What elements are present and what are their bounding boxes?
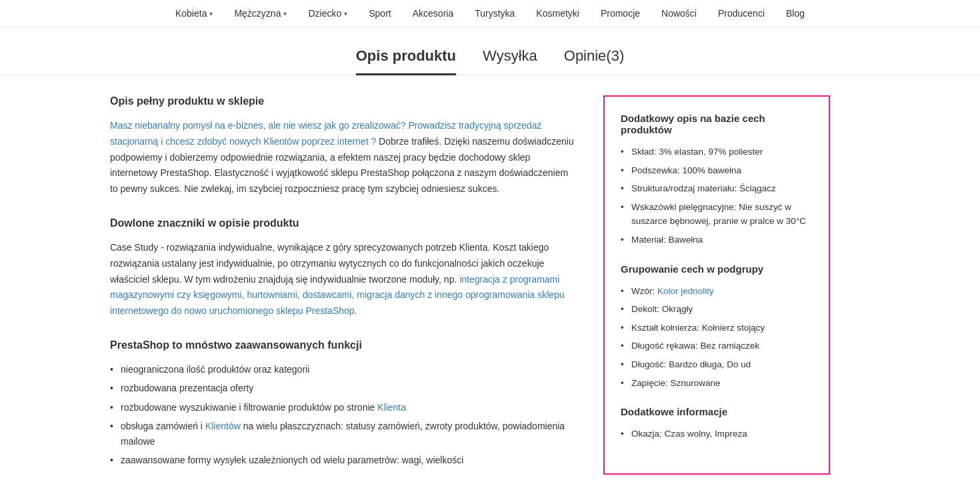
nav-label-kosmetyki: Kosmetyki bbox=[536, 8, 579, 19]
list-item: obsługa zamówień i Klientów na wielu pła… bbox=[110, 419, 577, 449]
nav-label-sport: Sport bbox=[369, 8, 391, 19]
list-item: Wskazówki pielęgnacyjne: Nie suszyć w su… bbox=[621, 200, 813, 229]
section-opis-pelny: Opis pełny produktu w sklepie Masz nieba… bbox=[110, 95, 577, 197]
left-column: Opis pełny produktu w sklepie Masz nieba… bbox=[110, 95, 577, 487]
list-item: Skład: 3% elastan, 97% poliester bbox=[621, 145, 813, 159]
list-item: zaawansowane formy wysyłek uzależnionych… bbox=[110, 453, 577, 467]
right-section-cechy: Dodatkowy opis na bazie cech produktów S… bbox=[621, 113, 813, 247]
list-item: Podszewka: 100% bawełna bbox=[621, 163, 813, 178]
navigation-bar: Kobieta ▾ Mężczyzna ▾ Dziecko ▾ Sport Ak… bbox=[0, 0, 980, 27]
nav-label-nowosci: Nowości bbox=[661, 8, 697, 19]
nav-item-mezczyzna[interactable]: Mężczyzna ▾ bbox=[234, 8, 287, 19]
tab-opis-produktu[interactable]: Opis produktu bbox=[356, 47, 456, 75]
tab-opinie[interactable]: Opinie(3) bbox=[564, 47, 624, 75]
nav-item-dziecko[interactable]: Dziecko ▾ bbox=[308, 8, 347, 19]
main-nav: Kobieta ▾ Mężczyzna ▾ Dziecko ▾ Sport Ak… bbox=[0, 8, 980, 19]
list-item: Struktura/rodzaj materiału: Ściągacz bbox=[621, 181, 813, 196]
nav-label-blog: Blog bbox=[786, 8, 805, 19]
chevron-down-icon: ▾ bbox=[344, 10, 347, 17]
right-section-podgrupy: Grupowanie cech w podgrupy Wzór: Kolor j… bbox=[621, 263, 813, 391]
section-opis-pelny-title: Opis pełny produktu w sklepie bbox=[110, 95, 577, 107]
right-cechy-title: Dodatkowy opis na bazie cech produktów bbox=[621, 113, 813, 135]
list-item: Długość rękawa: Bez ramiączek bbox=[621, 339, 813, 353]
right-dodatkowe-title: Dodatkowe informacje bbox=[621, 406, 813, 417]
list-item: Okazja: Czas wolny, Impreza bbox=[621, 427, 813, 441]
nav-item-sport[interactable]: Sport bbox=[369, 8, 391, 19]
cechy-list: Skład: 3% elastan, 97% poliester Podszew… bbox=[621, 145, 813, 247]
nav-item-nowosci[interactable]: Nowości bbox=[661, 8, 697, 19]
nav-label-dziecko: Dziecko bbox=[308, 8, 341, 19]
nav-item-turystyka[interactable]: Turystyka bbox=[475, 8, 515, 19]
list-item: Zapięcie: Sznurowane bbox=[621, 376, 813, 391]
nav-item-producenci[interactable]: Producenci bbox=[718, 8, 765, 19]
tab-wysylka[interactable]: Wysyłka bbox=[483, 47, 537, 75]
nav-label-mezczyzna: Mężczyzna bbox=[234, 8, 281, 19]
text-ebiznes: Masz niebanalny pomysł na e-biznes, ale … bbox=[110, 120, 541, 147]
chevron-down-icon: ▾ bbox=[283, 10, 287, 17]
list-item: nieograniczona ilość produktów oraz kate… bbox=[110, 362, 577, 377]
section-znaczniki-title: Dowlone znaczniki w opisie produktu bbox=[110, 217, 577, 229]
nav-item-akcesoria[interactable]: Akcesoria bbox=[413, 8, 453, 19]
nav-item-blog[interactable]: Blog bbox=[786, 8, 805, 19]
section-funkcje-title: PrestaShop to mnóstwo zaawansowanych fun… bbox=[110, 339, 577, 351]
list-item: rozbudowane wyszukiwanie i filtrowanie p… bbox=[110, 400, 577, 415]
product-tabs: Opis produktu Wysyłka Opinie(3) bbox=[356, 47, 625, 75]
section-funkcje: PrestaShop to mnóstwo zaawansowanych fun… bbox=[110, 339, 577, 467]
list-item: Kształt kołnierza: Kołnierz stojący bbox=[621, 321, 813, 335]
nav-item-promocje[interactable]: Promocje bbox=[601, 8, 640, 19]
list-item: Wzór: Kolor jednolity bbox=[621, 284, 813, 299]
nav-label-promocje: Promocje bbox=[601, 8, 640, 19]
dodatkowe-list: Okazja: Czas wolny, Impreza bbox=[621, 427, 813, 441]
list-item: rozbudowana prezentacja oferty bbox=[110, 381, 577, 395]
nav-label-kobieta: Kobieta bbox=[175, 8, 207, 19]
product-tabs-section: Opis produktu Wysyłka Opinie(3) bbox=[0, 27, 980, 75]
list-item: Materiał: Bawełna bbox=[621, 233, 813, 247]
right-section-dodatkowe: Dodatkowe informacje Okazja: Czas wolny,… bbox=[621, 406, 813, 441]
section-znaczniki-body: Case Study - rozwiązania indywidualne, w… bbox=[110, 240, 577, 319]
chevron-down-icon: ▾ bbox=[209, 10, 213, 17]
wzor-link: Kolor jednolity bbox=[657, 286, 714, 296]
nav-label-producenci: Producenci bbox=[718, 8, 765, 19]
nav-label-akcesoria: Akcesoria bbox=[413, 8, 453, 19]
section-opis-pelny-body: Masz niebanalny pomysł na e-biznes, ale … bbox=[110, 118, 577, 197]
right-podgrupy-title: Grupowanie cech w podgrupy bbox=[621, 263, 813, 275]
list-item: Dekolt: Okrągły bbox=[621, 302, 813, 317]
nav-label-turystyka: Turystyka bbox=[475, 8, 515, 19]
nav-item-kobieta[interactable]: Kobieta ▾ bbox=[175, 8, 213, 19]
list-item: Długość: Bardzo długa, Do ud bbox=[621, 357, 813, 372]
main-content: Opis pełny produktu w sklepie Masz nieba… bbox=[90, 95, 890, 487]
funkcje-list: nieograniczona ilość produktów oraz kate… bbox=[110, 362, 577, 467]
right-column: Dodatkowy opis na bazie cech produktów S… bbox=[603, 95, 830, 475]
nav-item-kosmetyki[interactable]: Kosmetyki bbox=[536, 8, 579, 19]
section-znaczniki: Dowlone znaczniki w opisie produktu Case… bbox=[110, 217, 577, 319]
podgrupy-list: Wzór: Kolor jednolity Dekolt: Okrągły Ks… bbox=[621, 284, 813, 391]
